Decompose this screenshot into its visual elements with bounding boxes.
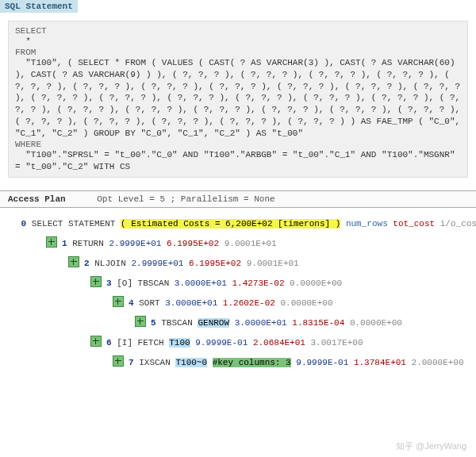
plan-col-iocost: i/o_cost (440, 219, 476, 228)
plan-step-totcost: 1.8315E-04 (292, 318, 344, 328)
plan-step[interactable]: 7 IXSCAN T100~0 #key columns: 3 9.9999E-… (8, 349, 476, 367)
plan-step-op: RETURN (72, 239, 104, 248)
plan-step-extra: #key columns: 3 (213, 358, 291, 367)
plan-step-op: TBSCAN (161, 318, 193, 328)
plan-step-totcost: 1.4273E-02 (232, 278, 284, 288)
plan-step-iocost: 9.0001E+01 (225, 239, 277, 248)
plan-step-op: SELECT STATEMENT (32, 219, 116, 228)
watermark: 知乎 @JerryWang (396, 440, 466, 452)
expand-icon[interactable] (113, 296, 124, 307)
expand-icon[interactable] (135, 316, 146, 327)
plan-step-id: 4 (129, 298, 134, 308)
plan-step-numrows: 9.9999E-01 (296, 358, 348, 367)
plan-step[interactable]: 4 SORT 3.0000E+01 1.2602E-02 0.0000E+00 (8, 290, 476, 308)
plan-step-object: T100~0 (175, 358, 207, 367)
plan-step-op: SORT (139, 298, 159, 308)
plan-step-numrows: 2.9999E+01 (109, 239, 161, 248)
sql-from-body: "T100", ( SELECT * FROM ( VALUES ( CAST(… (15, 57, 461, 140)
plan-step[interactable]: 2 NLJOIN 2.9999E+01 6.1995E+02 9.0001E+0… (8, 250, 476, 268)
plan-step-iocost: 2.0000E+00 (412, 358, 464, 367)
plan-step-id: 6 (106, 338, 112, 348)
access-plan-tree: 0 SELECT STATEMENT ( Estimated Costs = 6… (8, 219, 476, 367)
plan-step-totcost: 2.0684E+01 (253, 338, 305, 348)
expand-icon[interactable] (90, 336, 102, 347)
plan-step[interactable]: 3 [O] TBSCAN 3.0000E+01 1.4273E-02 0.000… (8, 270, 476, 288)
plan-step-id: 5 (151, 318, 156, 328)
plan-step-iocost: 3.0017E+00 (311, 338, 363, 348)
plan-step-totcost: 1.2602E-02 (223, 298, 275, 308)
plan-step-id: 0 (21, 219, 27, 228)
plan-root-cost: ( Estimated Costs = 6,200E+02 [timerons]… (121, 219, 340, 228)
section-header: SQL Statement (0, 0, 78, 13)
plan-step-totcost: 1.3784E+01 (354, 358, 406, 367)
plan-step-iocost: 0.0000E+00 (280, 298, 332, 308)
plan-step[interactable]: 6 [I] FETCH T100 9.9999E-01 2.0684E+01 3… (8, 329, 476, 348)
expand-icon[interactable] (90, 276, 102, 287)
plan-step-op: NLJOIN (94, 259, 126, 268)
plan-step-op: [O] TBSCAN (117, 278, 169, 288)
plan-step-id: 3 (106, 278, 112, 288)
plan-step[interactable]: 1 RETURN 2.9999E+01 6.1995E+02 9.0001E+0… (8, 230, 476, 248)
plan-step-op: [I] FETCH (117, 338, 163, 348)
plan-step-iocost: 9.0001E+01 (247, 259, 299, 268)
plan-step-object: GENROW (198, 318, 229, 328)
sql-where-body: "T100"."SPRSL" = "t_00"."C_0" AND "T100"… (15, 149, 461, 173)
plan-step-iocost: 0.0000E+00 (350, 318, 402, 328)
access-plan-label: Access Plan (8, 194, 66, 204)
plan-step-iocost: 0.0000E+00 (290, 278, 342, 288)
expand-icon[interactable] (46, 236, 57, 248)
plan-step-id: 1 (62, 239, 67, 248)
plan-step-totcost: 6.1995E+02 (167, 239, 219, 248)
plan-step-totcost: 6.1995E+02 (189, 259, 241, 268)
sql-block: SELECT * FROM "T100", ( SELECT * FROM ( … (8, 21, 468, 178)
access-plan-opt: Opt Level = 5 ; Parallelism = None (97, 194, 274, 204)
plan-col-numrows: num_rows (346, 219, 388, 228)
plan-step-op: IXSCAN (139, 358, 171, 367)
plan-step[interactable]: 5 TBSCAN GENROW 3.0000E+01 1.8315E-04 0.… (8, 309, 476, 328)
sql-where-kw: WHERE (15, 140, 461, 149)
sql-select-kw: SELECT (15, 26, 461, 36)
plan-step-object: T100 (169, 338, 190, 348)
plan-step-numrows: 3.0000E+01 (165, 298, 217, 308)
plan-step-numrows: 9.9999E-01 (195, 338, 248, 348)
sql-select-body: * (15, 36, 461, 48)
sql-from-kw: FROM (15, 48, 461, 57)
plan-step-numrows: 3.0000E+01 (175, 278, 227, 288)
plan-step-numrows: 3.0000E+01 (235, 318, 287, 328)
plan-step-id: 7 (129, 358, 134, 367)
plan-root[interactable]: 0 SELECT STATEMENT ( Estimated Costs = 6… (8, 219, 476, 228)
expand-icon[interactable] (113, 355, 124, 367)
plan-step-id: 2 (84, 259, 90, 268)
expand-icon[interactable] (68, 256, 79, 267)
plan-step-numrows: 2.9999E+01 (131, 259, 183, 268)
plan-col-totcost: tot_cost (393, 219, 435, 228)
access-plan-header: Access Plan Opt Level = 5 ; Parallelism … (0, 190, 476, 208)
